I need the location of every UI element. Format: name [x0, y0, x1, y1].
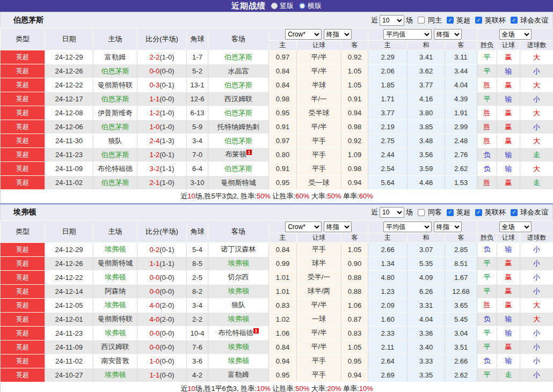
asia-away-odds-cell: 0.94 — [341, 368, 368, 382]
asia-bookmaker-select[interactable]: Crow* — [285, 29, 322, 40]
away-team-cell: 诺丁汉森林 — [208, 242, 269, 256]
asia-home-odds-cell: 0.84 — [269, 78, 297, 92]
score-cell: 1-1(1-1) — [137, 256, 187, 270]
euro-away-odds-cell: 12.68 — [445, 284, 477, 298]
col-euro-home: 主 — [368, 233, 408, 242]
euro-home-odds-cell: 2.44 — [368, 148, 408, 162]
col-away: 客场 — [208, 220, 269, 242]
asia-away-odds-cell: 0.92 — [341, 50, 368, 64]
home-team-cell: 伯恩茅斯 — [93, 176, 137, 190]
match-row: 英超24-12-29埃弗顿0-2(0-1)5-4诺丁汉森林0.84平手1.052… — [1, 242, 553, 256]
goals-result-cell: 大 — [520, 78, 553, 92]
goals-result-cell: 小 — [520, 326, 553, 340]
league-cell: 英超 — [1, 162, 45, 176]
team-label: 伊普斯维奇 — [98, 109, 133, 117]
euro-draw-odds-cell: 4.04 — [408, 312, 445, 326]
league-friendly-checkbox[interactable]: ✓ — [511, 17, 518, 24]
team-label: 水晶宫 — [228, 67, 249, 75]
league-friendly-label: 球会友谊 — [520, 208, 548, 217]
date-cell: 24-12-26 — [45, 256, 93, 270]
asia-away-odds-cell: 1.09 — [341, 148, 368, 162]
euro-away-odds-cell: 3.65 — [445, 298, 477, 312]
goals-result-cell: 大 — [520, 312, 553, 326]
euro-source-select[interactable]: 平均值 — [383, 29, 432, 40]
result-scope-select[interactable]: 全场 — [499, 29, 532, 40]
col-corner: 角球 — [187, 220, 208, 242]
euro-home-odds-cell: 2.33 — [368, 326, 408, 340]
league-friendly-checkbox[interactable]: ✓ — [511, 209, 518, 216]
league-eflcup-checkbox[interactable]: ✓ — [475, 209, 482, 216]
league-epl-checkbox[interactable]: ✓ — [447, 17, 454, 24]
home-team-cell: 伯恩茅斯 — [93, 64, 137, 78]
league-eflcup-checkbox[interactable]: ✓ — [475, 17, 482, 24]
euro-away-odds-cell: 1.67 — [445, 270, 477, 284]
asia-home-odds-cell: 0.91 — [269, 162, 297, 176]
fulltime-score: 0-0 — [149, 329, 159, 337]
score-cell: 2-2(1-0) — [137, 50, 187, 64]
euro-away-odds-cell: 3.04 — [445, 326, 477, 340]
score-cell: 2-4(1-3) — [137, 134, 187, 148]
halftime-score: (0-0) — [159, 67, 174, 75]
asia-time-select[interactable]: 终指 — [324, 29, 352, 40]
match-count-select[interactable]: 10 — [380, 207, 404, 218]
col-euro-draw: 和 — [408, 233, 445, 242]
matches-table: 类型 日期 主场 比分(半场) 角球 客场 Crow* 终指 平均值 终指 — [0, 220, 553, 392]
summary-stat-value: 60% — [359, 192, 373, 200]
away-team-cell: 伯恩茅斯 — [208, 50, 269, 64]
halftime-score: (0-1) — [159, 246, 174, 254]
asia-time-select[interactable]: 终指 — [324, 221, 352, 232]
away-team-cell: 埃弗顿 — [208, 312, 269, 326]
asia-handicap-cell: 平/半 — [297, 326, 341, 340]
asia-handicap-cell: 受一球 — [297, 176, 341, 190]
euro-draw-odds-cell: 3.48 — [408, 134, 445, 148]
date-cell: 24-10-27 — [45, 368, 93, 382]
match-row: 英超24-11-09西汉姆联0-0(0-0)7-6埃弗顿0.84平/半1.052… — [1, 340, 553, 354]
league-eflcup-label: 英联杯 — [485, 16, 506, 25]
away-team-cell: 托特纳姆热刺 — [208, 120, 269, 134]
wdl-result-cell: 平 — [477, 50, 497, 64]
result-scope-select[interactable]: 全场 — [499, 221, 532, 232]
date-cell: 24-12-17 — [45, 92, 93, 106]
handicap-result-cell: 输 — [497, 242, 520, 256]
euro-home-odds-cell: 2.19 — [368, 120, 408, 134]
summary-text: 近10场,胜5平3负2, 胜率:50% 让胜率:60% 大率:50% 单率:60… — [180, 192, 373, 200]
layout-radio-horizontal[interactable]: 横版 — [299, 1, 322, 11]
euro-source-select[interactable]: 平均值 — [383, 221, 432, 232]
league-epl-checkbox[interactable]: ✓ — [447, 209, 454, 216]
asia-bookmaker-select[interactable]: Crow* — [285, 221, 322, 232]
league-cell: 英超 — [1, 78, 45, 92]
fulltime-score: 1-1 — [149, 95, 159, 103]
wdl-result-cell: 胜 — [477, 106, 497, 120]
radio-vertical-label: 竖版 — [280, 1, 294, 11]
col-euro-home: 主 — [368, 41, 408, 50]
summary-stat-value: 50% — [327, 192, 341, 200]
asia-away-odds-cell: 0.88 — [341, 284, 368, 298]
away-team-cell: 埃弗顿 — [208, 354, 269, 368]
team-label: 曼彻斯特城 — [221, 179, 256, 187]
asia-away-odds-cell: 1.05 — [341, 340, 368, 354]
handicap-result-cell: 输 — [497, 312, 520, 326]
away-team-cell: 埃弗顿 — [208, 340, 269, 354]
euro-away-odds-cell: 2.48 — [445, 134, 477, 148]
team-label: 切尔西 — [228, 273, 249, 281]
euro-time-select[interactable]: 终指 — [434, 29, 462, 40]
euro-away-odds-cell: 5.45 — [445, 312, 477, 326]
euro-time-select[interactable]: 终指 — [434, 221, 462, 232]
asia-away-odds-cell: 0.83 — [341, 326, 368, 340]
same-venue-checkbox[interactable] — [418, 209, 425, 216]
team-label: 伯恩茅斯 — [101, 123, 129, 131]
away-team-cell: 伯恩茅斯 — [208, 162, 269, 176]
asia-away-odds-cell: 0.98 — [341, 162, 368, 176]
wdl-result-cell: 负 — [477, 242, 497, 256]
summary-stat-label: 近 — [180, 384, 187, 392]
asia-away-odds-cell: 1.06 — [341, 298, 368, 312]
layout-radio-vertical[interactable]: 竖版 — [271, 1, 294, 11]
home-team-cell: 埃弗顿 — [93, 270, 137, 284]
euro-draw-odds-cell: 3.85 — [408, 120, 445, 134]
euro-draw-odds-cell: 3.36 — [408, 326, 445, 340]
col-type: 类型 — [1, 28, 45, 50]
same-venue-checkbox[interactable] — [418, 17, 425, 24]
col-asia-away: 客 — [341, 233, 368, 242]
corner-cell: 5-9 — [187, 120, 208, 134]
match-count-select[interactable]: 10 — [380, 15, 404, 26]
